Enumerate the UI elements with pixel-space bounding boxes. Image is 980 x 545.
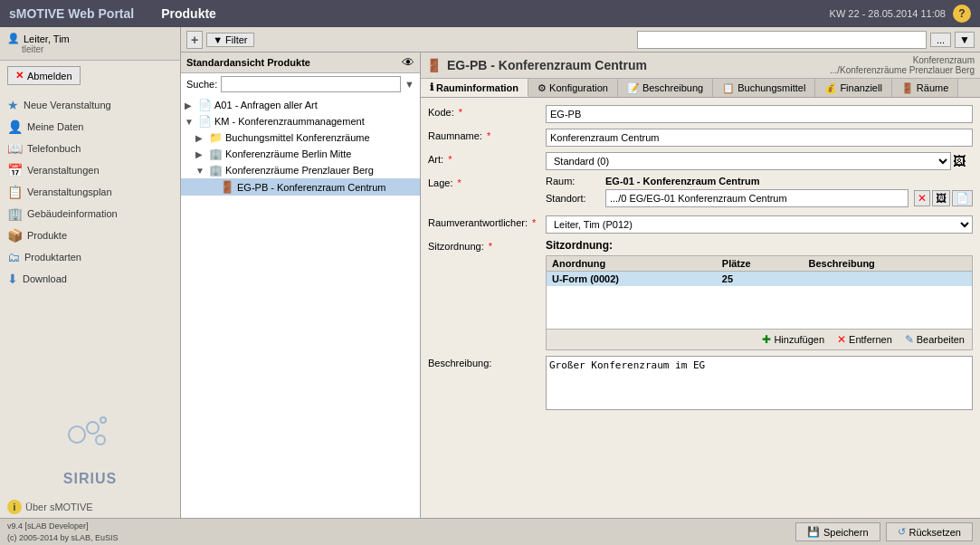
sidebar-item-label: Telefonbuch bbox=[27, 143, 81, 154]
plus-icon: ✚ bbox=[762, 333, 771, 346]
tree-toggle[interactable]: ▶ bbox=[195, 133, 206, 143]
lage-standort-input[interactable] bbox=[605, 189, 909, 207]
header: sMOTIVE Web Portal Produkte KW 22 - 28.0… bbox=[0, 0, 980, 27]
tree-search-label: Suche: bbox=[186, 79, 217, 90]
raumname-input[interactable] bbox=[546, 129, 973, 147]
kode-label: Kode: * bbox=[428, 105, 546, 118]
action-buttons: 💾 Speichern ↺ Rücksetzen bbox=[795, 522, 973, 541]
tab-rauminformation[interactable]: ℹ Rauminformation bbox=[421, 79, 528, 97]
sidebar-item-label: Veranstaltungen bbox=[27, 165, 100, 176]
logout-label: Abmelden bbox=[27, 71, 72, 81]
tab-buchungsmittel[interactable]: 📋 Buchungsmittel bbox=[713, 79, 815, 97]
sitz-add-button[interactable]: ✚ Hinzufügen bbox=[758, 332, 828, 347]
room-title-icon: 🚪 bbox=[426, 58, 442, 72]
sidebar-item-produktarten[interactable]: 🗂 Produktarten bbox=[0, 246, 180, 268]
tree-search-dropdown[interactable]: ▼ bbox=[404, 79, 414, 90]
sidebar-item-veranstaltungsplan[interactable]: 📋 Veranstaltungsplan bbox=[0, 181, 180, 203]
required-mark: * bbox=[532, 217, 536, 228]
tree-item-berlin-mitte[interactable]: ▶ 🏢 Konferenzräume Berlin Mitte bbox=[181, 146, 420, 162]
required-mark: * bbox=[487, 130, 490, 141]
tree-item-label: Konferenzräume Prenzlauer Berg bbox=[225, 165, 374, 176]
sidebar: 👤 Leiter, Tim tleiter ✕ Abmelden ★ Neue … bbox=[0, 27, 181, 518]
about-smotive-link[interactable]: i Über sMOTIVE bbox=[0, 496, 180, 518]
tree-content: ▶ 📄 A01 - Anfragen aller Art ▼ 📄 KM - Ko… bbox=[181, 95, 420, 518]
lage-image-button[interactable]: 🖼 bbox=[932, 190, 950, 206]
sitz-anordnung-cell: U-Form (0002) bbox=[547, 272, 717, 287]
save-label: Speichern bbox=[823, 527, 869, 538]
star-icon: ★ bbox=[7, 98, 19, 112]
sitz-edit-button[interactable]: ✎ Bearbeiten bbox=[901, 332, 968, 347]
save-button[interactable]: 💾 Speichern bbox=[795, 522, 880, 541]
tree-search-row: Suche: ▼ bbox=[181, 73, 420, 95]
kode-value bbox=[546, 105, 973, 123]
required-mark: * bbox=[458, 177, 461, 188]
form-row-verantwortlicher: Raumverantwortlicher: * Leiter, Tim (P01… bbox=[428, 215, 973, 234]
tree-toggle[interactable]: ▼ bbox=[195, 166, 206, 176]
reset-button[interactable]: ↺ Rücksetzen bbox=[886, 522, 973, 541]
bottom-bar: v9.4 [sLAB Developer] (c) 2005-2014 by s… bbox=[0, 518, 980, 545]
form-row-raumname: Raumname: * bbox=[428, 129, 973, 147]
tree-view-button[interactable]: 👁 bbox=[402, 55, 414, 70]
detail-title-text: EG-PB - Konferenzraum Centrum bbox=[447, 58, 647, 72]
tree-toggle[interactable]: ▶ bbox=[195, 149, 206, 159]
tab-finanziell[interactable]: 💰 Finanziell bbox=[815, 79, 891, 97]
art-select[interactable]: Standard (0) bbox=[546, 152, 951, 170]
user-info: 👤 Leiter, Tim tleiter bbox=[0, 27, 180, 61]
tab-label: Konfiguration bbox=[549, 82, 608, 93]
filter-icon-button[interactable]: ▼ bbox=[955, 32, 975, 48]
art-value: Standard (0) 🖼 bbox=[546, 152, 973, 170]
add-button[interactable]: + bbox=[186, 31, 203, 49]
sidebar-item-meine-daten[interactable]: 👤 Meine Daten bbox=[0, 116, 180, 138]
tab-label: Beschreibung bbox=[642, 82, 703, 93]
sidebar-item-gebaeudeinformation[interactable]: 🏢 Gebäudeinformation bbox=[0, 203, 180, 225]
sirius-circles-graphic bbox=[63, 416, 118, 471]
sitzordnung-actions: ✚ Hinzufügen ✕ Entfernen ✎ bbox=[547, 329, 972, 349]
tab-raeume[interactable]: 🚪 Räume bbox=[892, 79, 958, 97]
search-button[interactable]: ... bbox=[930, 33, 951, 47]
sitz-col-beschreibung: Beschreibung bbox=[803, 256, 972, 272]
sidebar-item-veranstaltungen[interactable]: 📅 Veranstaltungen bbox=[0, 159, 180, 181]
navigation: ★ Neue Veranstaltung 👤 Meine Daten 📖 Tel… bbox=[0, 91, 180, 407]
sitz-remove-button[interactable]: ✕ Entfernen bbox=[833, 332, 896, 347]
tree-toggle[interactable]: ▼ bbox=[185, 117, 195, 127]
tab-beschreibung[interactable]: 📝 Beschreibung bbox=[618, 79, 713, 97]
user-icon: 👤 bbox=[7, 33, 20, 44]
breadcrumb-line1: Konferenzraum bbox=[830, 55, 975, 65]
filter-button[interactable]: ▼ Filter bbox=[206, 33, 253, 47]
finanziell-icon: 💰 bbox=[824, 82, 837, 94]
logout-button[interactable]: ✕ Abmelden bbox=[7, 66, 81, 85]
art-image-button[interactable]: 🖼 bbox=[953, 154, 966, 168]
detail-breadcrumb: Konferenzraum .../Konferenzräume Prenzla… bbox=[830, 55, 975, 75]
sidebar-item-telefonbuch[interactable]: 📖 Telefonbuch bbox=[0, 138, 180, 159]
lage-doc-button[interactable]: 📄 bbox=[952, 190, 973, 206]
user-fullname: Leiter, Tim bbox=[24, 33, 70, 44]
beschreibung-textarea[interactable]: Großer Konferenzraum im EG bbox=[546, 356, 973, 410]
beschreibung-value: Großer Konferenzraum im EG bbox=[546, 356, 973, 412]
beschreibung-icon: 📝 bbox=[627, 82, 640, 94]
tree-search-input[interactable] bbox=[221, 76, 401, 92]
tree-toggle[interactable]: ▶ bbox=[185, 100, 195, 110]
sidebar-item-label: Neue Veranstaltung bbox=[24, 100, 111, 110]
user-name: 👤 Leiter, Tim bbox=[7, 33, 173, 44]
table-row[interactable]: U-Form (0002) 25 bbox=[547, 272, 972, 287]
sidebar-item-neue-veranstaltung[interactable]: ★ Neue Veranstaltung bbox=[0, 94, 180, 116]
tree-item-a01[interactable]: ▶ 📄 A01 - Anfragen aller Art bbox=[181, 97, 420, 113]
kode-input[interactable] bbox=[546, 105, 973, 123]
tree-item-egpb[interactable]: 🚪 EG-PB - Konferenzraum Centrum bbox=[181, 178, 420, 196]
tree-item-km[interactable]: ▼ 📄 KM - Konferenzraummanagement bbox=[181, 113, 420, 129]
sidebar-item-download[interactable]: ⬇ Download bbox=[0, 268, 180, 290]
sidebar-item-label: Veranstaltungsplan bbox=[27, 186, 112, 197]
box-icon: 📦 bbox=[7, 228, 23, 243]
edit-icon: ✎ bbox=[905, 333, 914, 346]
verantwortlicher-select[interactable]: Leiter, Tim (P012) bbox=[546, 215, 973, 234]
sidebar-item-produkte[interactable]: 📦 Produkte bbox=[0, 225, 180, 246]
tab-konfiguration[interactable]: ⚙ Konfiguration bbox=[528, 79, 618, 97]
building-icon: 🏢 bbox=[209, 164, 223, 177]
lage-standort-label: Standort: bbox=[546, 193, 600, 204]
lage-clear-button[interactable]: ✕ bbox=[914, 190, 930, 206]
tree-item-buchungsmittel[interactable]: ▶ 📁 Buchungsmittel Konferenzräume bbox=[181, 129, 420, 146]
tree-item-prenzlauer-berg[interactable]: ▼ 🏢 Konferenzräume Prenzlauer Berg bbox=[181, 162, 420, 178]
search-input[interactable] bbox=[637, 31, 927, 49]
filter-label: Filter bbox=[225, 34, 247, 45]
help-button[interactable]: ? bbox=[953, 5, 971, 23]
